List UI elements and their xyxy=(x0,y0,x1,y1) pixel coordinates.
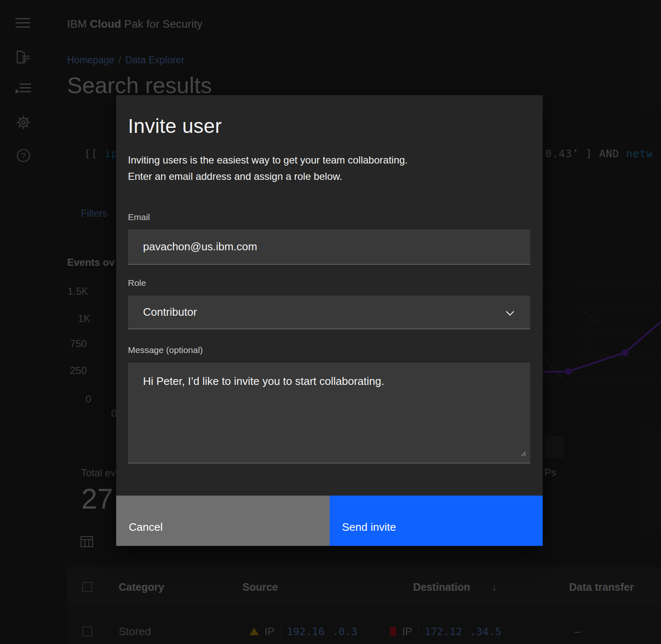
chevron-down-icon xyxy=(506,306,514,319)
app-window: ? IBM Cloud Pak for Security Homepage/Da… xyxy=(0,0,661,644)
modal-title: Invite user xyxy=(128,95,530,138)
modal-description: Inviting users is the easiest way to get… xyxy=(128,152,530,184)
role-select-value: Contributor xyxy=(143,306,197,319)
cancel-button[interactable]: Cancel xyxy=(116,496,330,546)
role-label: Role xyxy=(128,278,530,288)
message-label: Message (optional) xyxy=(128,345,530,355)
send-invite-button[interactable]: Send invite xyxy=(330,496,543,546)
invite-user-modal: Invite user Inviting users is the easies… xyxy=(116,95,543,546)
role-select[interactable]: Contributor xyxy=(128,296,530,329)
email-label: Email xyxy=(128,212,530,222)
email-input[interactable] xyxy=(128,229,530,265)
resize-grip-icon[interactable] xyxy=(520,451,526,458)
modal-actions: Cancel Send invite xyxy=(116,496,543,546)
message-textarea[interactable]: Hi Peter, I’d like to invite you to star… xyxy=(128,363,530,463)
